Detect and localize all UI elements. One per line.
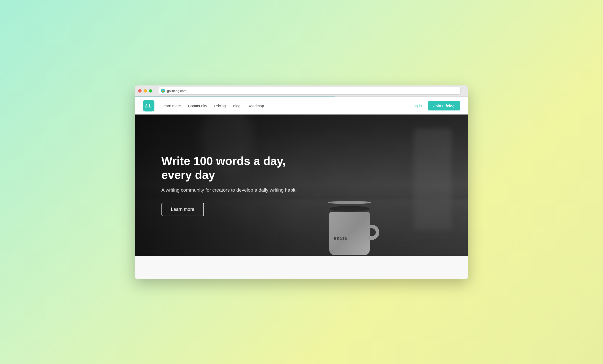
nav-links: Learn more Community Pricing Blog Roadma… xyxy=(161,104,411,108)
login-link[interactable]: Log in xyxy=(411,104,422,108)
browser-window: golifelog.com LL Learn more Community Pr… xyxy=(135,85,468,279)
hero-cta-button[interactable]: Learn more xyxy=(161,203,204,216)
nav-right: Log in Join Lifelog xyxy=(411,101,460,110)
nav-community[interactable]: Community xyxy=(188,104,207,108)
nav-learn-more[interactable]: Learn more xyxy=(161,104,181,108)
nav-roadmap[interactable]: Roadmap xyxy=(247,104,264,108)
minimize-button[interactable] xyxy=(144,89,147,93)
url-text: golifelog.com xyxy=(167,89,187,93)
title-bar: golifelog.com xyxy=(135,85,468,97)
logo[interactable]: LL xyxy=(143,100,154,111)
navbar: LL Learn more Community Pricing Blog Roa… xyxy=(135,97,468,115)
address-bar[interactable]: golifelog.com xyxy=(158,87,461,95)
maximize-button[interactable] xyxy=(149,89,152,93)
hero-title: Write 100 words a day, every day xyxy=(161,154,303,182)
join-button[interactable]: Join Lifelog xyxy=(428,101,460,110)
logo-text: LL xyxy=(145,102,152,109)
nav-blog[interactable]: Blog xyxy=(233,104,240,108)
close-button[interactable] xyxy=(138,89,142,93)
nav-pricing[interactable]: Pricing xyxy=(214,104,226,108)
bottom-area xyxy=(135,256,468,279)
hero-section: BEGIN. Write 100 words a day, every day … xyxy=(135,115,468,256)
hero-content: Write 100 words a day, every day A writi… xyxy=(161,154,303,216)
secure-icon xyxy=(161,89,165,93)
hero-subtitle: A writing community for creators to deve… xyxy=(161,187,303,194)
